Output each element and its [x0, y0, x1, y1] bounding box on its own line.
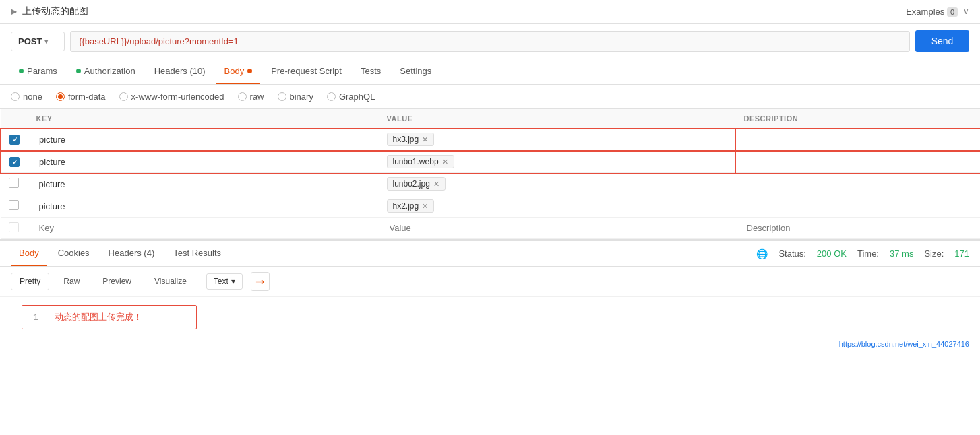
row3-desc-input[interactable]: [744, 178, 973, 191]
format-label: Text: [214, 277, 228, 286]
resp-tab-raw[interactable]: Raw: [55, 273, 88, 290]
status-value: 200 OK: [817, 248, 847, 259]
resp-tab-preview-label: Preview: [102, 277, 131, 286]
row4-key-input[interactable]: [36, 200, 371, 213]
row3-desc-cell: [736, 173, 981, 195]
row3-checkbox[interactable]: [9, 178, 19, 188]
format-dropdown-arrow-icon: ▾: [231, 277, 235, 286]
params-table: KEY VALUE DESCRIPTION hx3.jpg ✕: [0, 109, 980, 239]
response-tab-test-results[interactable]: Test Results: [165, 241, 229, 266]
row1-file-tag: hx3.jpg ✕: [387, 133, 435, 146]
placeholder-key-input[interactable]: [36, 222, 371, 234]
examples-label: Examples: [906, 7, 944, 17]
radio-urlencoded-icon: [119, 92, 128, 101]
method-selector[interactable]: POST ▾: [11, 32, 65, 51]
tab-tests-label: Tests: [361, 66, 381, 76]
tab-headers[interactable]: Headers (10): [146, 59, 214, 84]
row3-filename: lunbo2.jpg: [393, 179, 430, 189]
row2-remove-file-icon[interactable]: ✕: [442, 158, 448, 166]
row2-key-input[interactable]: [36, 156, 371, 168]
send-button[interactable]: Send: [915, 30, 969, 52]
resp-tab-preview[interactable]: Preview: [94, 273, 140, 290]
top-bar-right: Examples 0 ∨: [906, 7, 969, 17]
expand-arrow-icon[interactable]: ∨: [963, 7, 969, 16]
row1-checkbox[interactable]: [9, 135, 20, 145]
tab-authorization-label: Authorization: [84, 66, 135, 76]
tab-tests[interactable]: Tests: [353, 59, 389, 84]
status-label: Status:: [778, 248, 805, 259]
resp-tab-raw-label: Raw: [63, 277, 80, 286]
placeholder-checkbox[interactable]: [9, 222, 19, 232]
table-row: hx3.jpg ✕: [1, 129, 980, 151]
response-tab-body[interactable]: Body: [11, 241, 47, 266]
row4-value-cell: hx2.jpg ✕: [379, 195, 736, 218]
radio-raw-icon: [238, 92, 247, 101]
collapse-arrow-icon[interactable]: ▶: [11, 7, 17, 16]
body-dot-icon: [247, 69, 252, 73]
format-selector[interactable]: Text ▾: [206, 273, 243, 290]
row1-key-input[interactable]: [36, 133, 371, 146]
tab-params[interactable]: Params: [11, 59, 65, 84]
body-type-binary[interactable]: binary: [278, 92, 313, 102]
body-type-graphql-label: GraphQL: [339, 92, 375, 102]
body-type-urlencoded[interactable]: x-www-form-urlencoded: [119, 92, 224, 102]
response-tab-headers-label: Headers (4): [109, 248, 155, 258]
wrap-arrow-icon: ⇒: [255, 275, 264, 288]
url-input[interactable]: [70, 31, 910, 52]
response-tab-cookies-label: Cookies: [58, 248, 90, 258]
response-code-block: 1 动态的配图上传完成！: [22, 305, 197, 329]
row2-value-cell: lunbo1.webp ✕: [379, 151, 736, 173]
row3-key-cell: [28, 173, 379, 195]
time-value: 37 ms: [890, 248, 913, 259]
row1-desc-input[interactable]: [744, 133, 972, 146]
tab-settings-label: Settings: [400, 66, 431, 76]
body-type-form-data[interactable]: form-data: [56, 92, 106, 102]
body-type-urlencoded-label: x-www-form-urlencoded: [131, 92, 224, 102]
tab-pre-request[interactable]: Pre-request Script: [263, 59, 350, 84]
response-tab-test-results-label: Test Results: [173, 248, 221, 258]
table-row: lunbo2.jpg ✕: [1, 173, 980, 195]
examples-button[interactable]: Examples 0: [906, 7, 958, 17]
params-table-wrapper: KEY VALUE DESCRIPTION hx3.jpg ✕: [0, 109, 980, 240]
placeholder-desc-input[interactable]: [744, 222, 973, 234]
row3-remove-file-icon[interactable]: ✕: [433, 180, 439, 189]
body-type-raw-label: raw: [250, 92, 264, 102]
body-type-form-data-label: form-data: [68, 92, 106, 102]
response-tab-headers[interactable]: Headers (4): [100, 241, 163, 266]
response-code-area: 1 动态的配图上传完成！: [0, 297, 980, 337]
response-tab-cookies[interactable]: Cookies: [50, 241, 98, 266]
footer-link[interactable]: https://blog.csdn.net/wei_xin_44027416: [0, 337, 980, 351]
method-text: POST: [18, 36, 42, 46]
request-title: 上传动态的配图: [22, 5, 88, 18]
tab-authorization[interactable]: Authorization: [68, 59, 144, 84]
top-bar: ▶ 上传动态的配图 Examples 0 ∨: [0, 0, 980, 24]
tab-headers-label: Headers (10): [154, 66, 206, 76]
row4-desc-input[interactable]: [744, 200, 973, 213]
row1-remove-file-icon[interactable]: ✕: [422, 135, 428, 144]
row2-checkbox[interactable]: [9, 157, 20, 167]
body-type-none[interactable]: none: [11, 92, 42, 102]
row4-filename: hx2.jpg: [393, 201, 419, 211]
placeholder-check-cell: [1, 218, 28, 239]
placeholder-value-input[interactable]: [387, 222, 728, 234]
wrap-icon[interactable]: ⇒: [251, 272, 270, 291]
row3-key-input[interactable]: [36, 178, 371, 191]
col-header-value: VALUE: [379, 109, 736, 129]
row1-key-cell: [28, 129, 379, 151]
body-type-graphql[interactable]: GraphQL: [327, 92, 375, 102]
resp-tab-visualize[interactable]: Visualize: [146, 273, 195, 290]
col-header-key: KEY: [28, 109, 379, 129]
row2-desc-input[interactable]: [744, 156, 972, 168]
body-type-raw[interactable]: raw: [238, 92, 264, 102]
row4-checkbox[interactable]: [9, 200, 19, 210]
row4-remove-file-icon[interactable]: ✕: [422, 202, 428, 211]
tab-settings[interactable]: Settings: [392, 59, 439, 84]
resp-tab-pretty[interactable]: Pretty: [11, 273, 49, 290]
response-toolbar: Pretty Raw Preview Visualize Text ▾ ⇒: [0, 267, 980, 297]
tab-body[interactable]: Body: [216, 59, 261, 84]
line-number: 1: [33, 312, 38, 323]
body-type-none-label: none: [23, 92, 42, 102]
resp-tab-pretty-label: Pretty: [20, 277, 40, 286]
row3-file-tag: lunbo2.jpg ✕: [387, 177, 446, 191]
size-label: Size:: [924, 248, 944, 259]
